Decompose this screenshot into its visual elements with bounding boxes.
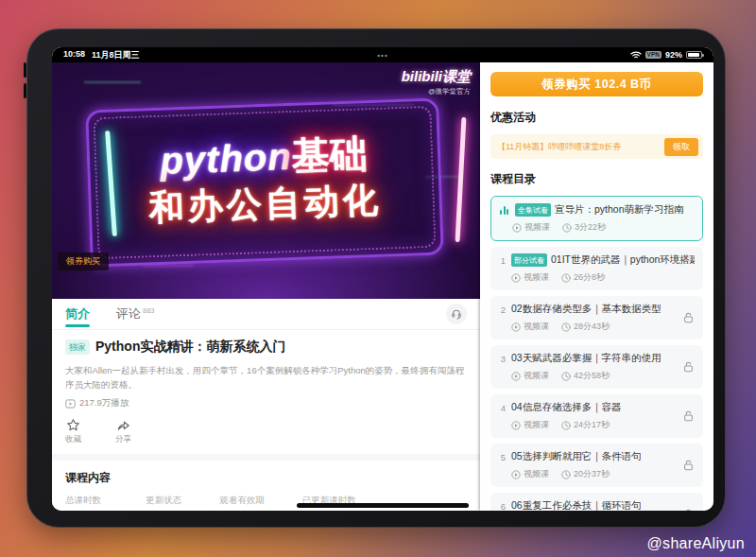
lesson-title: 02数据存储类型多｜基本数据类型 (511, 303, 661, 316)
promo-section-title: 优惠活动 (490, 110, 703, 126)
section-divider (52, 454, 480, 461)
lesson-duration: 28分43秒 (574, 321, 610, 333)
trial-badge: 部分试看 (511, 253, 547, 267)
volume-down-button[interactable] (24, 83, 26, 98)
share-icon (116, 418, 130, 432)
star-icon (66, 418, 80, 432)
lesson-item[interactable]: 5 05选择判断就用它｜条件语句 视频课 20分37秒 (490, 444, 703, 487)
lesson-type: 视频课 (524, 321, 549, 333)
lesson-duration: 20分37秒 (574, 468, 610, 480)
lesson-title: 01IT世界的武器｜python环境搭建_第一个 (551, 253, 695, 267)
course-title: Python实战精讲：萌新系统入门 (95, 339, 285, 356)
lesson-type: 视频课 (524, 221, 550, 234)
neon-tube-pink (455, 117, 467, 242)
video-type-icon (511, 421, 521, 430)
clock-icon (561, 322, 571, 332)
lesson-title: 05选择判断就用它｜条件语句 (511, 450, 641, 463)
battery-percent: 92% (665, 50, 682, 60)
comments-count: 883 (143, 306, 155, 315)
neon-title-line1: python基础 (160, 133, 369, 181)
tab-intro[interactable]: 简介 (65, 299, 90, 329)
tab-bar: 简介 评论 883 (52, 299, 480, 330)
clock-icon (561, 470, 571, 479)
ipad-screen: 10:58 11月8日周三 ••• VPN 92% (52, 47, 713, 511)
video-type-icon (511, 372, 521, 381)
lesson-item[interactable]: 1 部分试看 01IT世界的武器｜python环境搭建_第一个 视频课 26分8… (490, 247, 703, 290)
lesson-duration: 24分17秒 (574, 419, 610, 431)
video-type-icon (511, 322, 521, 332)
volume-up-button[interactable] (24, 62, 26, 78)
official-account-label: @微学堂官方 (402, 87, 471, 96)
lesson-index: 1 (499, 255, 507, 266)
neon-title-line2: 和办公自动化 (148, 177, 383, 233)
course-cover-image: python基础 和办公自动化 bilibili课堂 @微学堂官方 领券购买 (52, 62, 480, 299)
multitask-dots-icon[interactable]: ••• (377, 51, 387, 60)
vpn-badge: VPN (645, 51, 662, 59)
video-type-icon (511, 273, 521, 283)
stat-update-status: 更新状态 已完结 (146, 495, 181, 511)
playing-bars-icon (500, 205, 510, 215)
lesson-title: 04信息存储选择多｜容器 (511, 401, 621, 414)
video-type-icon (512, 223, 522, 233)
wifi-icon (630, 51, 642, 60)
coupon-card[interactable]: 【11月特惠】哔哩哔哩课堂8折券 领取 (490, 134, 703, 159)
status-time: 10:58 (63, 49, 85, 61)
lesson-item[interactable]: 2 02数据存储类型多｜基本数据类型 视频课 28分43秒 (490, 296, 703, 339)
lock-icon (682, 361, 695, 374)
customer-service-button[interactable] (446, 304, 467, 324)
course-content-title: 课程内容 (65, 470, 467, 486)
lesson-type: 视频课 (524, 468, 549, 480)
lesson-index: 5 (499, 452, 507, 462)
stat-total-lessons: 总课时数 共30课时 (65, 495, 108, 511)
lesson-duration: 3分22秒 (575, 221, 606, 234)
status-date: 11月8日周三 (92, 49, 140, 61)
lock-icon (682, 410, 695, 423)
video-type-icon (511, 470, 521, 479)
glitch-streak (143, 265, 194, 267)
favorite-button[interactable]: 收藏 (65, 418, 81, 445)
lesson-item[interactable]: 4 04信息存储选择多｜容器 视频课 24分17秒 (490, 394, 703, 438)
play-count: 217.9万播放 (79, 397, 129, 409)
neon-sign-frame: python基础 和办公自动化 (85, 98, 444, 268)
coupon-buy-tag[interactable]: 领券购买 (58, 252, 109, 270)
status-bar: 10:58 11月8日周三 ••• VPN 92% (52, 47, 713, 62)
coupon-text: 【11月特惠】哔哩哔哩课堂8折券 (497, 141, 664, 153)
lesson-index: 2 (499, 305, 507, 315)
home-indicator[interactable] (297, 503, 469, 508)
claim-coupon-button[interactable]: 领取 (664, 138, 698, 156)
lesson-title: 06重复工作必杀技｜循环语句 (511, 499, 641, 511)
buy-with-coupon-button[interactable]: 领券购买 102.4 B币 (490, 72, 703, 96)
lesson-type: 视频课 (524, 370, 549, 382)
lesson-list: 全集试看 宣导片：python萌新学习指南 视频课 3分22秒 1 部分试看 (490, 196, 703, 511)
glitch-streak (84, 81, 141, 83)
lesson-duration: 26分8秒 (574, 271, 605, 284)
lesson-title: 03天赋武器必掌握｜字符串的使用 (511, 352, 661, 365)
lock-icon (682, 509, 695, 512)
lock-icon (682, 312, 695, 324)
lesson-index: 6 (499, 501, 507, 512)
lesson-item[interactable]: 6 06重复工作必杀技｜循环语句 视频课 25分32秒 (490, 493, 703, 511)
lesson-item[interactable]: 3 03天赋武器必掌握｜字符串的使用 视频课 42分58秒 (490, 345, 703, 389)
course-description: 大家和Allen一起从新手村出发，用四个章节，16个案例解锁各种学习Python… (65, 363, 467, 392)
share-button[interactable]: 分享 (115, 418, 131, 445)
page-background: 10:58 11月8日周三 ••• VPN 92% (0, 0, 756, 557)
exclusive-badge: 独家 (65, 339, 90, 355)
ipad-device-frame: 10:58 11月8日周三 ••• VPN 92% (26, 28, 726, 528)
catalog-section-title: 课程目录 (490, 171, 703, 187)
lesson-title: 宣导片：python萌新学习指南 (555, 203, 684, 217)
purchase-sidebar: 领券购买 102.4 B币 优惠活动 【11月特惠】哔哩哔哩课堂8折券 领取 课… (480, 62, 713, 511)
lesson-index: 4 (499, 403, 507, 413)
lesson-index: 3 (499, 354, 507, 364)
clock-icon (562, 223, 572, 233)
lesson-duration: 42分58秒 (574, 370, 610, 382)
tab-comments[interactable]: 评论 883 (116, 305, 155, 322)
clock-icon (561, 273, 571, 283)
lesson-item[interactable]: 全集试看 宣导片：python萌新学习指南 视频课 3分22秒 (490, 196, 703, 241)
lesson-type: 视频课 (524, 419, 549, 431)
course-detail-pane: python基础 和办公自动化 bilibili课堂 @微学堂官方 领券购买 简… (52, 62, 480, 511)
clock-icon (561, 372, 571, 381)
clock-icon (561, 421, 571, 430)
lesson-type: 视频课 (524, 271, 549, 284)
lock-icon (682, 460, 695, 472)
battery-icon (686, 51, 702, 59)
